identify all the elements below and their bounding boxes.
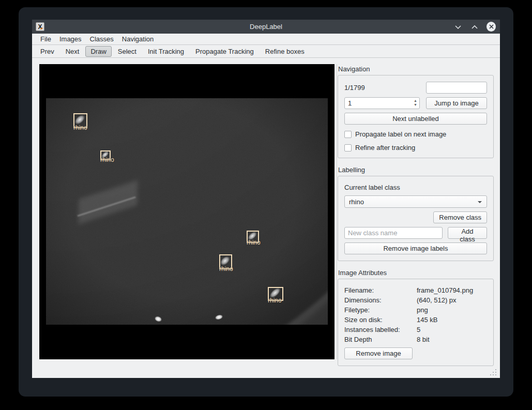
attr-dimensions-key: Dimensions: — [344, 295, 417, 305]
attribute-row: Instances labelled: 5 — [344, 325, 487, 335]
bounding-box[interactable]: rhino — [268, 287, 283, 301]
bbox-label: rhino — [100, 157, 114, 163]
remove-image-button[interactable]: Remove image — [344, 347, 413, 359]
bounding-box[interactable]: rhino — [100, 150, 111, 160]
next-unlabelled-button[interactable]: Next unlabelled — [344, 113, 487, 125]
window-frame: X DeepLabel File Images — [19, 7, 513, 397]
labelling-groupbox: Current label class rhino Remove class A… — [338, 176, 494, 261]
tool-prev[interactable]: Prev — [35, 46, 59, 57]
attr-size-value: 145 kB — [417, 315, 487, 325]
window-title: DeepLabel — [32, 23, 500, 31]
annotation-layer: rhinorhinorhinorhinorhino — [46, 98, 328, 325]
attribute-row: Dimensions: (640, 512) px — [344, 295, 487, 305]
labelling-section-title: Labelling — [338, 166, 494, 174]
image-index-spinbox[interactable]: 1 ▲▼ — [344, 97, 420, 109]
chevron-down-icon — [478, 201, 482, 203]
close-icon — [487, 22, 496, 32]
tool-select[interactable]: Select — [113, 46, 142, 57]
close-button[interactable] — [487, 22, 496, 32]
attr-filetype-value: png — [417, 305, 487, 315]
attr-size-key: Size on disk: — [344, 315, 417, 325]
tool-propagate-tracking[interactable]: Propagate Tracking — [190, 46, 259, 57]
add-class-button[interactable]: Add class — [448, 227, 487, 239]
tool-init-tracking[interactable]: Init Tracking — [143, 46, 189, 57]
attribute-row: Bit Depth 8 bit — [344, 335, 487, 344]
attr-instances-key: Instances labelled: — [344, 325, 417, 335]
menu-classes[interactable]: Classes — [86, 34, 118, 44]
tool-next[interactable]: Next — [60, 46, 85, 57]
minimize-button[interactable] — [453, 22, 463, 32]
thermal-image[interactable]: rhinorhinorhinorhinorhino — [46, 98, 328, 325]
menu-images[interactable]: Images — [55, 34, 86, 44]
attr-filetype-key: Filetype: — [344, 305, 417, 315]
attr-filename-key: Filename: — [344, 285, 417, 295]
menu-navigation[interactable]: Navigation — [118, 34, 158, 44]
bounding-box[interactable]: rhino — [247, 231, 259, 243]
title-bar[interactable]: X DeepLabel — [32, 20, 500, 34]
resize-grip[interactable] — [490, 369, 496, 375]
navigation-groupbox: 1/1799 1 ▲▼ Jump to image Next unlabell — [338, 75, 494, 158]
tool-bar: Prev Next Draw Select Init Tracking Prop… — [32, 45, 500, 58]
image-progress-label: 1/1799 — [344, 84, 365, 92]
menu-bar: File Images Classes Navigation — [32, 34, 500, 45]
propagate-label-checkbox-label: Propagate label on next image — [355, 130, 446, 138]
bbox-label: rhino — [268, 297, 282, 303]
attr-instances-value: 5 — [417, 325, 487, 335]
bounding-box[interactable]: rhino — [219, 254, 232, 269]
bounding-box[interactable]: rhino — [73, 113, 87, 128]
attribute-row: Filetype: png — [344, 305, 487, 315]
attr-bitdepth-key: Bit Depth — [344, 335, 417, 344]
jump-to-name-input[interactable] — [426, 82, 487, 94]
propagate-label-checkbox[interactable] — [344, 131, 352, 138]
image-canvas[interactable]: rhinorhinorhinorhinorhino — [39, 64, 335, 359]
attribute-row: Size on disk: 145 kB — [344, 315, 487, 325]
attributes-groupbox: Filename: frame_010794.png Dimensions: (… — [338, 279, 494, 366]
main-content: rhinorhinorhinorhinorhino Navigation 1/1… — [32, 58, 500, 378]
new-class-name-input[interactable] — [344, 227, 443, 239]
attr-dimensions-value: (640, 512) px — [417, 295, 487, 305]
panel-splitter[interactable] — [337, 64, 337, 359]
remove-class-button[interactable]: Remove class — [433, 211, 487, 223]
spinbox-value: 1 — [348, 99, 352, 107]
refine-after-tracking-checkbox-label: Refine after tracking — [355, 144, 415, 151]
attribute-row: Filename: frame_010794.png — [344, 285, 487, 295]
tool-draw[interactable]: Draw — [85, 46, 111, 57]
menu-file[interactable]: File — [36, 34, 55, 44]
spinbox-arrows-icon[interactable]: ▲▼ — [414, 99, 417, 107]
bbox-label: rhino — [219, 266, 233, 272]
maximize-button[interactable] — [470, 22, 479, 32]
attr-bitdepth-value: 8 bit — [417, 335, 487, 344]
tool-refine-boxes[interactable]: Refine boxes — [260, 46, 310, 57]
jump-to-image-button[interactable]: Jump to image — [426, 97, 487, 109]
bbox-label: rhino — [247, 239, 261, 246]
attr-filename-value: frame_010794.png — [417, 285, 487, 295]
bbox-label: rhino — [73, 125, 87, 131]
side-panel: Navigation 1/1799 1 ▲▼ Jump to image — [338, 58, 494, 366]
navigation-section-title: Navigation — [338, 65, 494, 73]
refine-after-tracking-checkbox[interactable] — [344, 144, 352, 151]
label-class-dropdown[interactable]: rhino — [344, 195, 487, 208]
current-label-class-label: Current label class — [344, 184, 487, 191]
remove-image-labels-button[interactable]: Remove image labels — [344, 242, 487, 254]
attributes-section-title: Image Attributes — [338, 269, 494, 277]
label-class-dropdown-value: rhino — [349, 198, 364, 206]
application-window: X DeepLabel File Images — [32, 20, 500, 378]
